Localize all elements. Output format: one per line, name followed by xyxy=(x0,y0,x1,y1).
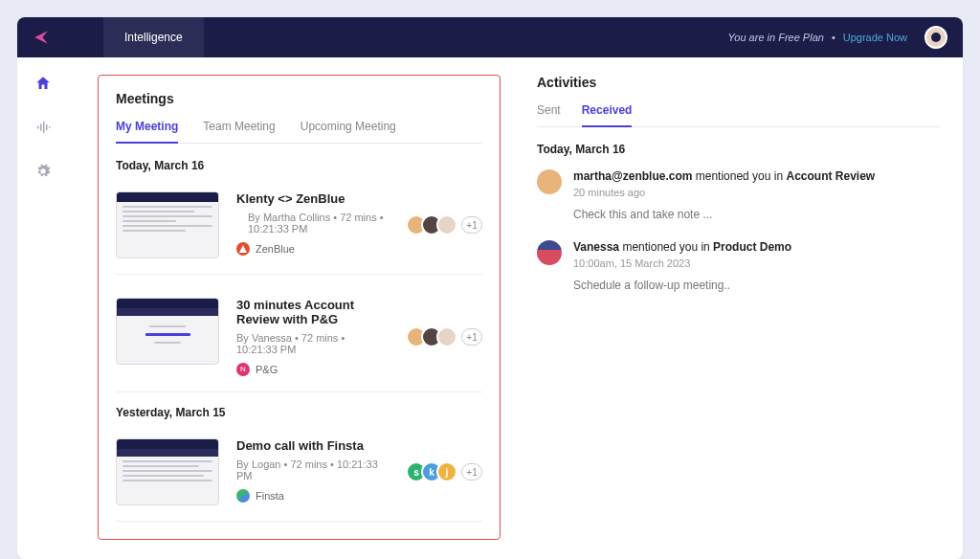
org-icon: N xyxy=(236,363,250,376)
activities-tabs: Sent Received xyxy=(537,103,940,127)
activity-message: Check this and take note ... xyxy=(573,208,940,221)
meeting-item[interactable]: 30 minutes Account Review with P&G By Va… xyxy=(116,288,482,392)
attendee-stack[interactable]: +1 xyxy=(406,298,482,376)
activity-message: Schedule a follow-up meeting.. xyxy=(573,279,940,292)
meeting-org: ZenBlue xyxy=(236,242,389,256)
sidebar xyxy=(17,57,69,180)
activity-time: 10:00am, 15 March 2023 xyxy=(573,257,940,269)
meeting-title: 30 minutes Account Review with P&G xyxy=(236,298,389,326)
meeting-item[interactable]: Demo call with Finsta By Logan • 72 mins… xyxy=(116,429,482,522)
app-logo-icon[interactable] xyxy=(33,29,50,46)
activity-item[interactable]: martha@zenblue.com mentioned you in Acco… xyxy=(537,169,940,221)
meeting-thumbnail xyxy=(116,298,219,365)
svg-rect-3 xyxy=(46,124,48,130)
meeting-org: N P&G xyxy=(236,363,389,376)
meeting-meta: By Martha Collins • 72 mins • 10:21:33 P… xyxy=(248,212,389,235)
separator: • xyxy=(832,32,835,43)
svg-rect-4 xyxy=(49,126,51,128)
tab-sent[interactable]: Sent xyxy=(537,103,561,126)
tab-team-meeting[interactable]: Team Meeting xyxy=(203,120,275,143)
svg-rect-2 xyxy=(43,122,45,133)
activity-avatar xyxy=(537,240,562,265)
activity-item[interactable]: Vanessa mentioned you in Product Demo 10… xyxy=(537,240,940,292)
app-header: Intelligence You are in Free Plan • Upgr… xyxy=(17,17,963,57)
home-icon[interactable] xyxy=(34,75,52,92)
date-header: Today, March 16 xyxy=(116,159,482,172)
gear-icon[interactable] xyxy=(34,163,52,180)
activity-avatar xyxy=(537,169,562,194)
user-avatar[interactable] xyxy=(924,26,947,49)
activities-title: Activities xyxy=(537,75,940,90)
attendee-stack[interactable]: +1 xyxy=(406,191,482,258)
activity-time: 20 minutes ago xyxy=(573,187,940,198)
meeting-title: Klenty <> ZenBlue xyxy=(236,191,389,206)
waveform-icon[interactable] xyxy=(34,119,52,136)
more-badge: +1 xyxy=(461,216,482,234)
org-icon xyxy=(236,242,250,256)
avatar: j xyxy=(436,461,457,482)
activity-text: Vanessa mentioned you in Product Demo xyxy=(573,240,940,254)
avatar xyxy=(436,326,457,347)
date-header: Yesterday, March 15 xyxy=(116,406,482,419)
meeting-thumbnail xyxy=(116,191,219,258)
meetings-tabs: My Meeting Team Meeting Upcoming Meeting xyxy=(116,120,482,144)
header-tab-intelligence[interactable]: Intelligence xyxy=(103,17,204,57)
upgrade-link[interactable]: Upgrade Now xyxy=(843,32,907,43)
more-badge: +1 xyxy=(461,463,482,481)
tab-my-meeting[interactable]: My Meeting xyxy=(116,120,178,144)
meeting-item[interactable]: Account Review By Sanjana • 72 mins • 10… xyxy=(116,535,482,540)
meeting-thumbnail xyxy=(116,438,219,505)
svg-rect-1 xyxy=(40,123,42,131)
org-icon xyxy=(236,489,250,503)
tab-upcoming-meeting[interactable]: Upcoming Meeting xyxy=(301,120,396,143)
activity-date-header: Today, March 16 xyxy=(537,143,940,156)
meetings-title: Meetings xyxy=(116,91,482,106)
more-badge: +1 xyxy=(461,328,482,346)
attendee-stack[interactable]: s k j +1 xyxy=(406,438,482,505)
avatar xyxy=(436,214,457,235)
meeting-meta: By Logan • 72 mins • 10:21:33 PM xyxy=(236,458,389,481)
plan-label: You are in Free Plan xyxy=(728,32,824,43)
meetings-highlight-box: Meetings My Meeting Team Meeting Upcomin… xyxy=(98,75,501,540)
activity-text: martha@zenblue.com mentioned you in Acco… xyxy=(573,169,940,183)
meeting-title: Demo call with Finsta xyxy=(236,438,389,453)
svg-rect-0 xyxy=(37,126,39,129)
meeting-item[interactable]: Klenty <> ZenBlue By Martha Collins • 72… xyxy=(116,182,482,275)
meeting-org: Finsta xyxy=(236,489,389,503)
meeting-meta: By Vanessa • 72 mins • 10:21:33 PM xyxy=(236,332,389,355)
tab-received[interactable]: Received xyxy=(582,103,633,127)
